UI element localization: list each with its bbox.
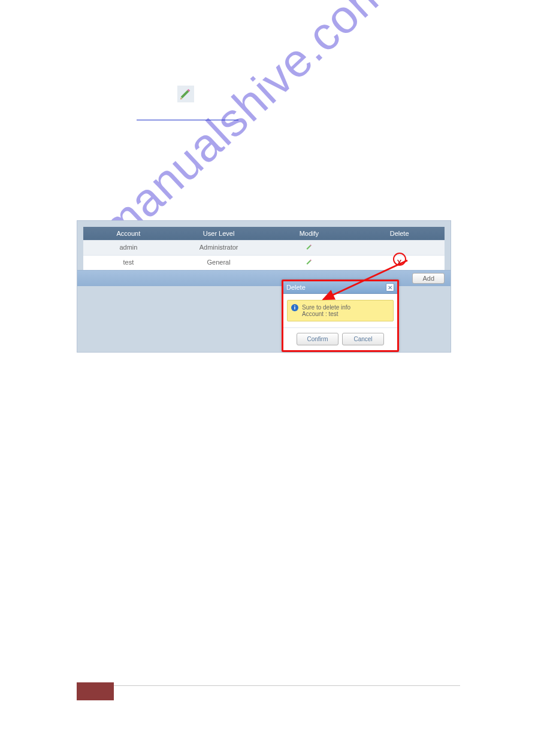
pencil-icon	[306, 260, 313, 267]
col-account: Account	[83, 227, 174, 240]
table-header-row: Account User Level Modify Delete	[83, 227, 445, 240]
cancel-button[interactable]: Cancel	[342, 333, 384, 345]
underline	[137, 120, 238, 120]
cell-account: admin	[83, 241, 174, 255]
delete-dialog: Delete ✕ i Sure to delete info Account :…	[282, 280, 399, 352]
pencil-icon	[177, 86, 194, 102]
table-row: admin Administrator	[83, 240, 445, 255]
dialog-title-text: Delete	[286, 284, 386, 291]
col-userlevel: User Level	[174, 227, 264, 240]
cell-modify[interactable]	[264, 241, 355, 255]
info-icon: i	[291, 304, 298, 311]
cell-account: test	[83, 256, 174, 270]
footer-rule	[77, 685, 460, 686]
page-number-box	[77, 682, 114, 700]
dialog-titlebar: Delete ✕	[283, 281, 397, 294]
col-delete: Delete	[354, 227, 445, 240]
cell-delete[interactable]: X	[354, 256, 445, 270]
dialog-line1: Sure to delete info	[302, 304, 389, 311]
cell-delete	[354, 241, 445, 255]
add-button[interactable]: Add	[412, 273, 445, 284]
cell-level: Administrator	[174, 241, 264, 255]
delete-icon[interactable]: X	[395, 259, 404, 267]
user-table: Account User Level Modify Delete admin A…	[83, 227, 445, 270]
cell-level: General	[174, 256, 264, 270]
table-row: test General X	[83, 255, 445, 270]
dialog-message: i Sure to delete info Account : test	[287, 300, 394, 321]
col-modify: Modify	[264, 227, 355, 240]
close-icon[interactable]: ✕	[386, 283, 394, 292]
dialog-line2: Account : test	[302, 311, 389, 317]
confirm-button[interactable]: Confirm	[297, 333, 338, 345]
cell-modify[interactable]	[264, 256, 355, 270]
watermark-text: manualshive.com	[90, 0, 400, 256]
pencil-icon	[306, 245, 313, 252]
